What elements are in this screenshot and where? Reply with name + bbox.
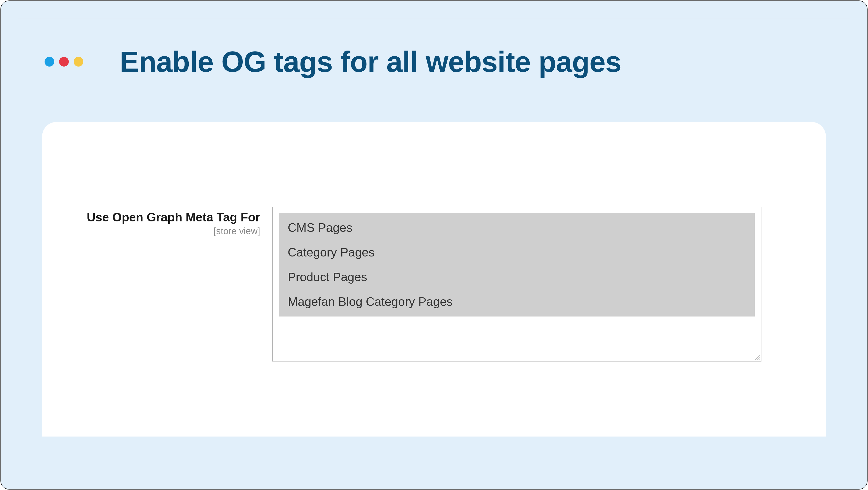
page-title: Enable OG tags for all website pages [120,45,621,78]
og-options-selected-block: CMS Pages Category Pages Product Pages M… [279,213,755,317]
resize-handle-icon[interactable] [753,353,761,361]
option-category-pages[interactable]: Category Pages [279,240,755,265]
option-product-pages[interactable]: Product Pages [279,265,755,289]
form-row-og-tags: Use Open Graph Meta Tag For [store view]… [57,207,811,361]
traffic-lights [44,57,83,67]
dot-yellow-icon [73,57,83,67]
option-magefan-blog-category-pages[interactable]: Magefan Blog Category Pages [279,289,755,314]
header-row: Enable OG tags for all website pages [1,19,867,122]
og-field-label: Use Open Graph Meta Tag For [57,210,260,225]
svg-line-1 [756,357,760,360]
og-multiselect[interactable]: CMS Pages Category Pages Product Pages M… [272,207,762,361]
og-field-scope: [store view] [57,226,260,236]
window-frame: Enable OG tags for all website pages Use… [0,0,868,490]
dot-red-icon [59,57,69,67]
svg-line-2 [758,359,760,360]
dot-blue-icon [44,57,54,67]
content-card: Use Open Graph Meta Tag For [store view]… [42,122,826,436]
option-cms-pages[interactable]: CMS Pages [279,215,755,240]
field-label-column: Use Open Graph Meta Tag For [store view] [57,207,260,236]
